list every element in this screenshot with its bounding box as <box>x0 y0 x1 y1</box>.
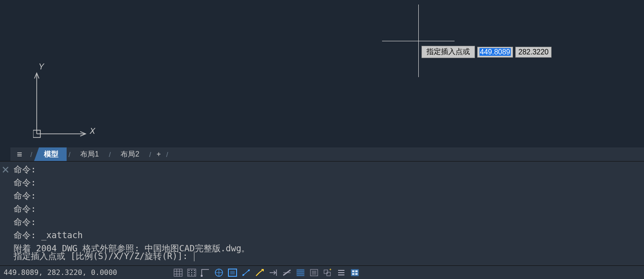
polar-icon[interactable] <box>213 268 225 278</box>
extend-icon[interactable] <box>267 268 279 278</box>
tab-separator: / <box>165 151 170 158</box>
command-history-line: 命令: _xattach <box>14 229 250 242</box>
status-toggle-row <box>172 268 361 278</box>
status-bar: 449.8089, 282.3220, 0.0000 <box>0 265 644 279</box>
svg-rect-50 <box>355 273 358 275</box>
dynamic-y-input[interactable]: 282.3220 <box>515 47 552 58</box>
command-history-line: 命令: <box>14 163 250 176</box>
layout-tab-bar: ≡ / 模型 / 布局1 / 布局2 / + / <box>10 147 644 161</box>
hatch-icon[interactable] <box>295 268 306 278</box>
coordinate-display[interactable]: 449.8089, 282.3220, 0.0000 <box>0 268 172 277</box>
list-icon[interactable] <box>308 268 320 278</box>
command-window[interactable]: ✕ 命令:命令:命令:命令:命令:命令: _xattach附着 2004 DWG… <box>0 161 644 265</box>
svg-point-9 <box>189 269 189 270</box>
command-history-line: 命令: <box>14 189 250 202</box>
svg-rect-49 <box>352 273 354 275</box>
text-cursor-icon <box>194 251 195 261</box>
svg-rect-40 <box>327 272 330 276</box>
tab-add[interactable]: + <box>153 147 165 161</box>
layer-icon[interactable] <box>335 268 347 278</box>
command-input-row[interactable]: 指定插入点或 [比例(S)/X/Y/Z/旋转(R)]: <box>14 250 194 262</box>
command-history-line: 命令: <box>14 202 250 215</box>
ucs-x-label: X <box>90 127 95 136</box>
svg-point-26 <box>248 269 250 271</box>
tab-separator: / <box>147 151 153 158</box>
svg-point-11 <box>194 269 195 270</box>
svg-rect-23 <box>230 271 235 274</box>
ucs-y-label: Y <box>39 62 44 72</box>
svg-point-15 <box>189 274 189 275</box>
crosshair-vertical <box>418 5 419 77</box>
ucs-axes-icon <box>33 67 97 139</box>
line-icon[interactable] <box>281 268 293 278</box>
grid-icon[interactable] <box>172 268 184 278</box>
tab-model[interactable]: 模型 <box>34 147 67 161</box>
group-icon[interactable] <box>322 268 334 278</box>
svg-point-25 <box>242 274 244 276</box>
lineweight-icon[interactable] <box>240 268 252 278</box>
command-history-line: 命令: <box>14 176 250 189</box>
drawing-viewport[interactable]: 指定插入点或 449.8089 282.3220 Y X <box>10 0 644 147</box>
dynamic-input-tooltip: 指定插入点或 449.8089 282.3220 <box>421 46 552 58</box>
command-history-line: 命令: <box>14 215 250 229</box>
command-prompt: 指定插入点或 [比例(S)/X/Y/Z/旋转(R)]: <box>14 250 193 262</box>
svg-point-17 <box>194 274 195 275</box>
close-icon[interactable]: ✕ <box>1 164 10 176</box>
svg-rect-3 <box>174 269 182 276</box>
svg-rect-48 <box>355 270 358 272</box>
tab-menu-icon[interactable]: ≡ <box>10 149 29 160</box>
dynamic-icon[interactable] <box>254 268 266 278</box>
snap-icon[interactable] <box>186 268 198 278</box>
qp-icon[interactable] <box>349 268 361 278</box>
tab-layout2[interactable]: 布局2 <box>112 147 147 161</box>
svg-rect-47 <box>352 270 354 272</box>
dynamic-prompt-label: 指定插入点或 <box>421 46 475 58</box>
svg-rect-39 <box>324 270 328 274</box>
dynamic-x-input[interactable]: 449.8089 <box>477 47 513 58</box>
osnap-icon[interactable] <box>199 268 211 278</box>
tab-separator: / <box>107 151 112 158</box>
svg-point-13 <box>191 272 192 273</box>
svg-point-10 <box>191 269 192 270</box>
command-history: 命令:命令:命令:命令:命令:命令: _xattach附着 2004 DWG 格… <box>14 163 250 255</box>
tab-layout1[interactable]: 布局1 <box>72 147 107 161</box>
ucs-icon: Y X <box>33 67 97 139</box>
ortho-icon[interactable] <box>227 268 238 278</box>
svg-point-12 <box>189 272 189 273</box>
tab-separator: / <box>29 151 34 158</box>
svg-point-16 <box>191 274 192 275</box>
tab-separator: / <box>67 151 72 158</box>
svg-rect-18 <box>201 275 203 277</box>
svg-point-14 <box>194 272 195 273</box>
